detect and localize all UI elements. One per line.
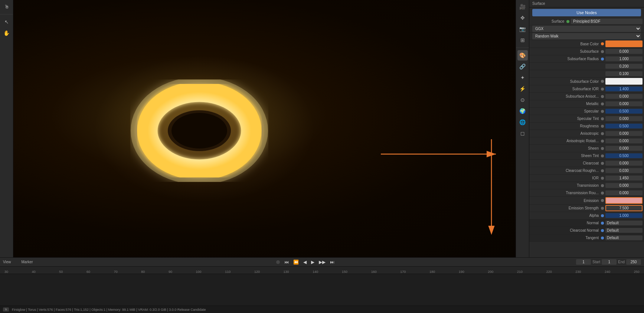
subsurface-aniso-value[interactable] [605, 94, 643, 99]
clearcoat-normal-dot [601, 229, 604, 232]
emission-color-swatch[interactable] [605, 197, 643, 204]
tool-object[interactable]: ◻ [517, 128, 528, 138]
alpha-value[interactable] [605, 213, 643, 218]
subsurface-aniso-dot [601, 95, 604, 98]
ruler-mark: 160 [371, 270, 377, 274]
subsurface-ior-value[interactable] [605, 87, 643, 91]
play-button[interactable]: ▶ [310, 259, 316, 265]
sheen-tint-value[interactable] [605, 153, 643, 158]
current-frame-input[interactable] [576, 259, 591, 265]
view-label[interactable]: View [3, 260, 11, 264]
tool-grab[interactable]: ✋ [1, 28, 12, 38]
tool-view[interactable]: 🖱 [1, 1, 12, 12]
status-bar: 🖱 Firstglow | Torus | Verts:576 | Faces:… [0, 306, 644, 313]
base-color-swatch[interactable] [605, 40, 643, 47]
ruler-mark: 220 [546, 270, 552, 274]
ruler-mark: 110 [225, 270, 231, 274]
tool-camera2[interactable]: 📷 [517, 24, 528, 34]
properties-panel: Surface Use Nodes Surface Principled BSD… [529, 0, 644, 257]
specular-tint-row: Specular Tint [529, 115, 644, 123]
tool-constraints[interactable]: 🔗 [517, 61, 528, 72]
subsurface-color-swatch[interactable] [605, 78, 643, 85]
normal-value[interactable] [605, 221, 643, 225]
status-mode: 🖱 [3, 307, 9, 312]
clearcoat-value[interactable] [605, 161, 643, 166]
emission-strength-row: Emission Strength [529, 205, 644, 212]
sheen-tint-row: Sheen Tint [529, 152, 644, 160]
clearcoat-rough-value[interactable] [605, 168, 643, 173]
viewport-3d[interactable] [13, 0, 516, 257]
tool-particles[interactable]: ✦ [517, 72, 528, 83]
anisotropic-dot [601, 132, 604, 135]
start-frame-input[interactable] [602, 259, 617, 265]
timeline-tracks[interactable] [0, 274, 644, 306]
clearcoat-rough-row: Clearcoat Roughn... [529, 167, 644, 175]
specular-tint-label: Specular Tint [531, 117, 601, 121]
transmission-value[interactable] [605, 183, 643, 188]
sheen-value[interactable] [605, 146, 643, 151]
ruler-mark: 120 [254, 270, 260, 274]
tool-view-camera[interactable]: 🎥 [517, 1, 528, 12]
end-frame-input[interactable] [626, 259, 641, 265]
tool-physics[interactable]: ⚡ [517, 84, 528, 94]
subsurface-aniso-row: Subsurface Anisot... [529, 93, 644, 100]
ior-value[interactable] [605, 176, 643, 180]
left-toolbar: 🖱 ↖ ✋ [0, 0, 13, 257]
emission-strength-label: Emission Strength [531, 206, 601, 210]
subsurface-value[interactable] [605, 49, 643, 54]
ruler-mark: 180 [429, 270, 435, 274]
step-back-button[interactable]: ⏪ [292, 259, 300, 265]
tangent-value[interactable] [605, 235, 643, 240]
annotation-arrow-down [484, 139, 499, 239]
tool-scene[interactable]: 🌍 [517, 106, 528, 116]
specular-dot [601, 110, 604, 113]
anisotropic-label: Anisotropic [531, 131, 601, 136]
ruler-mark: 70 [114, 270, 118, 274]
ruler-mark: 100 [196, 270, 202, 274]
transmission-rough-value[interactable] [605, 190, 643, 195]
emission-label: Emission [531, 199, 601, 203]
transmission-rough-label: Transmission Rou... [531, 191, 601, 195]
specular-tint-value[interactable] [605, 116, 643, 121]
surface-value[interactable]: Principled BSDF [571, 19, 643, 24]
anisotropic-rot-value[interactable] [605, 138, 643, 143]
timeline: View Marker ⏮ ⏪ ◀ ▶ ▶▶ ⏭ Start End 30 40… [0, 257, 644, 306]
tool-render[interactable]: ⊙ [517, 95, 528, 105]
sheen-tint-label: Sheen Tint [531, 154, 601, 158]
distribution-select[interactable]: GGX [532, 26, 641, 32]
annotation-arrow [377, 139, 507, 169]
clearcoat-normal-value[interactable] [605, 228, 643, 233]
subsurface-radius-value[interactable] [605, 56, 643, 61]
ruler-mark: 50 [59, 270, 63, 274]
ruler-mark: 140 [313, 270, 318, 274]
tool-move2[interactable]: ✥ [517, 13, 528, 23]
anisotropic-value[interactable] [605, 131, 643, 136]
emission-row: Emission [529, 197, 644, 205]
ior-row: IOR [529, 175, 644, 182]
emission-dot [601, 199, 604, 202]
metallic-value[interactable] [605, 101, 643, 106]
tool-material[interactable]: 🎨 [517, 50, 528, 61]
roughness-value[interactable] [605, 124, 643, 128]
go-to-start-button[interactable]: ⏮ [283, 259, 290, 265]
go-to-end-button[interactable]: ⏭ [328, 259, 336, 265]
tool-world[interactable]: 🌐 [517, 117, 528, 127]
tool-grid2[interactable]: ⊞ [517, 35, 528, 45]
tool-select[interactable]: ↖ [1, 17, 12, 27]
next-frame-button[interactable]: ▶▶ [317, 259, 327, 265]
specular-label: Specular [531, 109, 601, 113]
subsurface-radius-g-value[interactable] [605, 64, 643, 69]
use-nodes-button[interactable]: Use Nodes [532, 9, 641, 16]
prev-frame-button[interactable]: ◀ [302, 259, 308, 265]
surface-label: Surface [531, 19, 566, 23]
specular-value[interactable] [605, 109, 643, 114]
marker-label[interactable]: Marker [22, 260, 33, 264]
playback-controls: ⏮ ⏪ ◀ ▶ ▶▶ ⏭ [276, 259, 336, 265]
subsurface-radius-b-value[interactable] [605, 71, 643, 76]
emission-strength-value[interactable] [605, 205, 643, 211]
normal-label: Normal [531, 221, 601, 225]
ruler-mark: 250 [634, 270, 640, 274]
subsurface-method-select[interactable]: Random Walk [532, 33, 641, 39]
subsurface-radius-b-row [529, 70, 644, 78]
ruler-mark: 240 [605, 270, 610, 274]
